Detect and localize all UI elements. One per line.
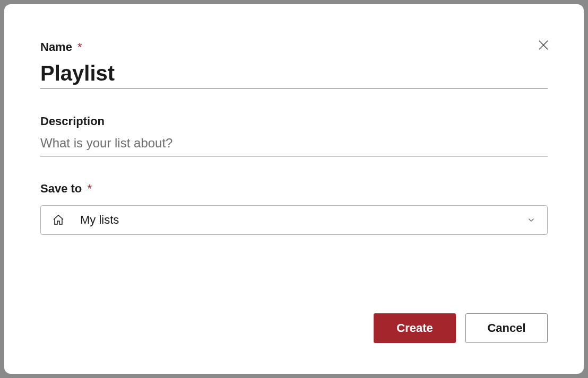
cancel-button[interactable]: Cancel — [465, 313, 548, 343]
required-marker: * — [87, 182, 92, 195]
close-icon — [537, 39, 550, 53]
name-label-text: Name — [40, 40, 72, 54]
create-button[interactable]: Create — [374, 313, 456, 343]
name-label: Name * — [40, 40, 548, 54]
description-field: Description — [40, 115, 548, 156]
close-button[interactable] — [534, 36, 553, 55]
description-input[interactable] — [40, 136, 548, 156]
chevron-down-icon — [526, 215, 537, 225]
name-input[interactable] — [40, 61, 548, 89]
saveto-field: Save to * My lists — [40, 182, 548, 235]
required-marker: * — [77, 40, 82, 54]
description-label: Description — [40, 115, 548, 128]
dialog-actions: Create Cancel — [374, 313, 548, 343]
create-list-dialog: Name * Description Save to * My lists Cr… — [4, 4, 584, 374]
home-icon — [51, 213, 65, 227]
saveto-label: Save to * — [40, 182, 548, 196]
saveto-label-text: Save to — [40, 182, 82, 195]
name-field: Name * — [40, 40, 548, 89]
saveto-selected-text: My lists — [80, 213, 526, 227]
saveto-dropdown[interactable]: My lists — [40, 205, 548, 235]
